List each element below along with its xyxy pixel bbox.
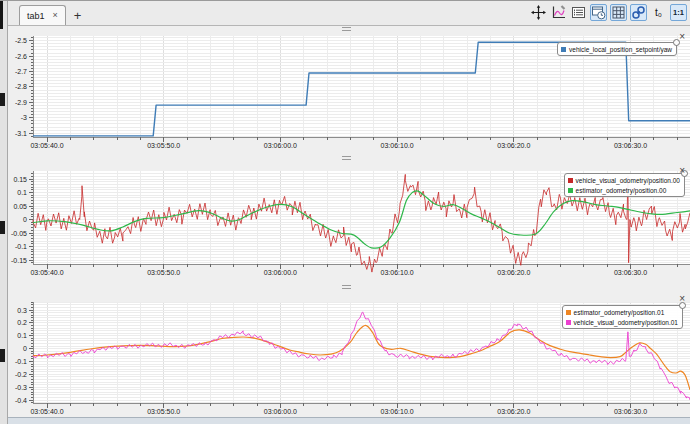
legend-entry[interactable]: vehicle_visual_odometry/position.00 — [568, 175, 680, 185]
plot-panel-position00: 0.150.10.050-0.05-0.1-0.1503:05:40.003:0… — [8, 155, 690, 284]
legend-color-marker — [566, 320, 571, 325]
tab-close-icon[interactable]: × — [53, 11, 58, 20]
x-axis-tick-label: 03:06:10.0 — [381, 269, 414, 276]
add-tab-button[interactable]: + — [74, 10, 82, 22]
close-plot-button[interactable]: × — [679, 166, 685, 175]
show-data-list-button[interactable] — [570, 4, 587, 21]
show-grid-button[interactable] — [610, 4, 627, 21]
main-area: tab1 × + — [8, 1, 690, 424]
plot-panel-yaw: -2.5-2.6-2.7-2.8-2.9-3-3.103:05:40.003:0… — [8, 26, 690, 155]
y-axis-tick-label: 0.1 — [17, 189, 27, 196]
dock-nub — [0, 221, 5, 234]
y-axis-tick-label: -2.7 — [15, 68, 27, 75]
y-axis-tick-label: -2.5 — [15, 37, 27, 44]
legend-label: estimator_odometry/position.01 — [574, 309, 665, 316]
window-clock-icon — [591, 5, 606, 20]
grid-icon — [611, 5, 626, 20]
x-axis-tick-label: 03:06:20.0 — [497, 408, 530, 415]
x-axis-tick-label: 03:06:10.0 — [381, 408, 414, 415]
splitter-grip[interactable] — [342, 27, 351, 31]
close-plot-button[interactable]: × — [679, 294, 685, 303]
y-axis-tick-label: -3 — [21, 114, 27, 121]
legend-color-marker — [566, 310, 571, 315]
y-axis-tick-label: 0.2 — [17, 319, 27, 326]
y-axis-tick-label: -2.9 — [15, 99, 27, 106]
legend-label: estimator_odometry/position.00 — [576, 187, 667, 194]
y-axis-tick-label: -0.05 — [11, 230, 27, 237]
x-axis-tick-label: 03:05:40.0 — [30, 408, 63, 415]
legend-entry[interactable]: estimator_odometry/position.00 — [568, 185, 680, 195]
x-axis-tick-label: 03:06:20.0 — [497, 142, 530, 149]
x-axis-tick-label: 03:06:00.0 — [264, 269, 297, 276]
y-axis-tick-label: -0.15 — [11, 257, 27, 264]
y-axis-tick-label: -0.1 — [15, 243, 27, 250]
x-axis-tick-label: 03:06:00.0 — [264, 408, 297, 415]
y-axis-tick-label: -2.8 — [15, 83, 27, 90]
close-plot-button[interactable]: × — [679, 32, 685, 41]
y-axis-tick-label: -2.6 — [15, 53, 27, 60]
x-axis-tick-label: 03:06:10.0 — [381, 142, 414, 149]
x-axis-tick-label: 03:06:20.0 — [497, 269, 530, 276]
plot-canvas-position01[interactable]: 0.30.20.10-0.1-0.2-0.3-0.403:05:40.003:0… — [8, 284, 690, 417]
x-axis-tick-label: 03:06:00.0 — [264, 142, 297, 149]
x-axis-tick-label: 03:05:50.0 — [147, 408, 180, 415]
curve-pen-icon — [551, 5, 566, 20]
y-axis-tick-label: -0.4 — [15, 397, 27, 404]
x-axis-tick-label: 03:06:30.0 — [614, 142, 647, 149]
y-axis-tick-label: 0.1 — [17, 332, 27, 339]
legend-entry[interactable]: vehicle_local_position_setpoint/yaw — [561, 44, 672, 54]
chain-link-icon — [631, 5, 646, 20]
splitter-grip[interactable] — [342, 156, 351, 160]
y-axis-tick-label: -0.3 — [15, 384, 27, 391]
time-window-button[interactable] — [590, 4, 607, 21]
y-axis-tick-label: -0.1 — [15, 358, 27, 365]
legend-entry[interactable]: estimator_odometry/position.01 — [566, 307, 678, 317]
legend-color-marker — [561, 47, 566, 52]
x-axis-tick-label: 03:05:40.0 — [30, 269, 63, 276]
dock-nub — [0, 349, 5, 362]
splitter-grip[interactable] — [342, 285, 351, 289]
window-left-edge — [0, 1, 8, 424]
legend-entry[interactable]: vehicle_visual_odometry/position.01 — [566, 317, 678, 327]
left-edge-dark-segment — [0, 1, 3, 29]
y-axis-tick-label: 0.05 — [13, 203, 27, 210]
ratio-text-icon: 1:1 — [673, 8, 684, 17]
x-axis-tick-label: 03:05:50.0 — [147, 269, 180, 276]
toolbar: t₀ 1:1 — [530, 4, 687, 21]
x-axis-tick-label: 03:06:30.0 — [614, 408, 647, 415]
legend-label: vehicle_visual_odometry/position.00 — [576, 177, 680, 184]
legend-color-marker — [568, 178, 573, 183]
tab-bar: tab1 × + — [8, 1, 690, 26]
tab-tab1[interactable]: tab1 × — [19, 5, 66, 25]
x-axis-tick-label: 03:06:30.0 — [614, 269, 647, 276]
y-axis-tick-label: -0.2 — [15, 371, 27, 378]
y-axis-tick-label: 0.15 — [13, 176, 27, 183]
link-x-axes-button[interactable] — [630, 4, 647, 21]
y-axis-tick-label: 0 — [23, 216, 27, 223]
plot-legend[interactable]: vehicle_local_position_setpoint/yaw — [557, 42, 677, 56]
t0-text-icon: t₀ — [655, 7, 662, 18]
tab-label: tab1 — [27, 11, 45, 21]
x-axis-tick-label: 03:05:40.0 — [30, 142, 63, 149]
window-bottom-edge — [8, 417, 690, 424]
x-axis-tick-label: 03:05:50.0 — [147, 142, 180, 149]
move-arrows-icon — [531, 5, 546, 20]
plotjuggler-window: tab1 × + — [0, 0, 690, 424]
list-icon — [571, 5, 586, 20]
remove-time-offset-button[interactable]: t₀ — [650, 4, 667, 21]
pan-view-button[interactable] — [530, 4, 547, 21]
y-axis-tick-label: 0.3 — [17, 307, 27, 314]
legend-label: vehicle_local_position_setpoint/yaw — [569, 46, 672, 53]
plot-panel-position01: 0.30.20.10-0.1-0.2-0.3-0.403:05:40.003:0… — [8, 284, 690, 417]
edit-curves-button[interactable] — [550, 4, 567, 21]
legend-label: vehicle_visual_odometry/position.01 — [574, 319, 678, 326]
plot-legend[interactable]: vehicle_visual_odometry/position.00estim… — [564, 173, 685, 197]
dock-nub — [0, 93, 5, 106]
y-axis-tick-label: 0 — [23, 345, 27, 352]
legend-color-marker — [568, 188, 573, 193]
y-axis-tick-label: -3.1 — [15, 130, 27, 137]
plot-legend[interactable]: estimator_odometry/position.01vehicle_vi… — [562, 305, 683, 329]
zoom-1-1-button[interactable]: 1:1 — [670, 4, 687, 21]
